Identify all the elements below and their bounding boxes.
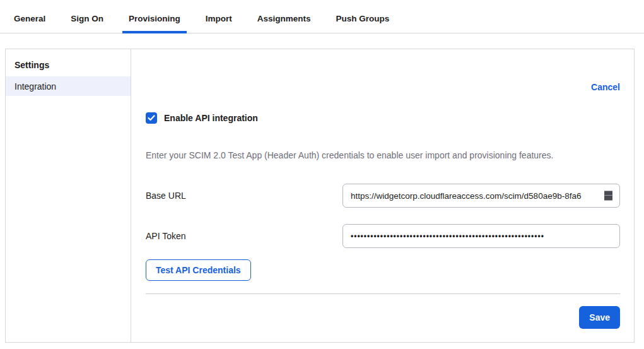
tab-import[interactable]: Import bbox=[204, 14, 233, 33]
cancel-button[interactable]: Cancel bbox=[591, 82, 620, 92]
base-url-label: Base URL bbox=[146, 191, 342, 201]
enable-api-integration-checkbox[interactable] bbox=[146, 112, 157, 124]
app-tab-bar: General Sign On Provisioning Import Assi… bbox=[0, 0, 644, 33]
api-token-masked-value: ••••••••••••••••••••••••••••••••••••••••… bbox=[351, 232, 544, 240]
tab-push-groups[interactable]: Push Groups bbox=[335, 14, 391, 33]
tab-assignments[interactable]: Assignments bbox=[256, 14, 312, 33]
base-url-value: https://widgetcorp.cloudflareaccess.com/… bbox=[351, 191, 581, 201]
sidebar-item-integration[interactable]: Integration bbox=[6, 76, 131, 96]
provisioning-panel: Settings Integration Cancel Enable API i… bbox=[5, 49, 635, 343]
test-api-credentials-button[interactable]: Test API Credentials bbox=[146, 259, 251, 281]
text-selection-artifact bbox=[604, 191, 612, 201]
enable-api-integration-label: Enable API integration bbox=[164, 113, 258, 123]
tab-provisioning[interactable]: Provisioning bbox=[127, 14, 182, 33]
settings-sidebar: Settings Integration bbox=[6, 49, 131, 342]
integration-settings-form: Cancel Enable API integration Enter your… bbox=[131, 49, 635, 342]
credentials-description: Enter your SCIM 2.0 Test App (Header Aut… bbox=[146, 150, 620, 160]
tab-general[interactable]: General bbox=[13, 14, 47, 33]
checkmark-icon bbox=[148, 115, 155, 121]
base-url-input[interactable]: https://widgetcorp.cloudflareaccess.com/… bbox=[342, 184, 620, 208]
api-token-input[interactable]: ••••••••••••••••••••••••••••••••••••••••… bbox=[342, 224, 620, 248]
tab-sign-on[interactable]: Sign On bbox=[69, 14, 105, 33]
save-button[interactable]: Save bbox=[579, 306, 620, 329]
sidebar-heading: Settings bbox=[6, 49, 131, 76]
footer-divider bbox=[146, 293, 620, 294]
api-token-label: API Token bbox=[146, 231, 342, 241]
